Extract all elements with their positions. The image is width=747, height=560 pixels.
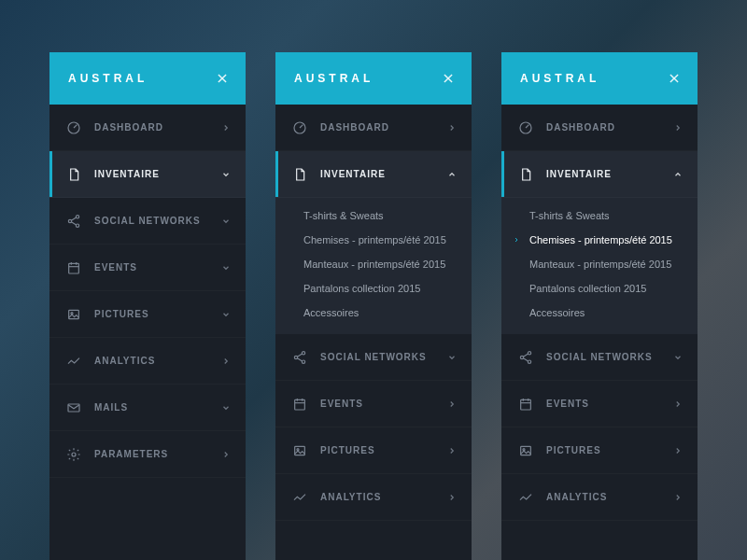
sidebar-expanded: AUSTRAL DASHBOARD INVENTAIRE T-shirts & …	[275, 52, 472, 560]
sub-tshirts[interactable]: T-shirts & Sweats	[275, 203, 472, 228]
image-icon	[66, 307, 81, 322]
svg-rect-38	[521, 399, 531, 410]
chevron-right-icon	[221, 123, 231, 133]
sub-manteaux[interactable]: Manteaux - printemps/été 2015	[275, 252, 472, 276]
nav-label: PICTURES	[94, 309, 221, 319]
nav-events[interactable]: EVENTS	[49, 245, 246, 291]
chevron-down-icon	[221, 403, 231, 413]
chevron-right-icon	[447, 493, 457, 502]
nav-dashboard[interactable]: DASHBOARD	[275, 105, 472, 151]
chevron-up-icon	[447, 170, 457, 179]
share-icon	[518, 350, 533, 365]
chevron-right-icon	[673, 493, 683, 502]
nav-label: ANALYTICS	[94, 356, 221, 366]
nav-social[interactable]: SOCIAL NETWORKS	[501, 334, 698, 381]
close-icon[interactable]	[668, 72, 681, 85]
chevron-right-icon	[447, 446, 457, 455]
nav-inventaire[interactable]: INVENTAIRE	[275, 151, 472, 198]
nav-social[interactable]: SOCIAL NETWORKS	[275, 334, 472, 381]
sub-pantalons[interactable]: Pantalons collection 2015	[501, 276, 698, 301]
nav-label: EVENTS	[94, 262, 221, 273]
nav-pictures[interactable]: PICTURES	[501, 427, 698, 474]
nav-label: INVENTAIRE	[320, 169, 447, 179]
analytics-icon	[292, 490, 307, 505]
chevron-down-icon	[447, 353, 457, 362]
calendar-icon	[518, 397, 533, 412]
nav-label: PICTURES	[320, 445, 447, 455]
sub-chemises[interactable]: Chemises - printemps/été 2015	[275, 228, 472, 252]
nav-pictures[interactable]: PICTURES	[49, 291, 246, 338]
sub-accessoires[interactable]: Accessoires	[501, 301, 698, 325]
sub-accessoires[interactable]: Accessoires	[275, 301, 472, 325]
brand-label: AUSTRAL	[68, 72, 148, 85]
svg-line-37	[523, 357, 528, 360]
sub-label: Chemises - printemps/été 2015	[529, 234, 672, 245]
svg-rect-8	[69, 263, 79, 273]
image-icon	[292, 443, 307, 458]
chevron-right-icon	[221, 450, 231, 459]
nav-analytics[interactable]: ANALYTICS	[275, 474, 472, 521]
nav-analytics[interactable]: ANALYTICS	[49, 338, 246, 385]
sidebar-header: AUSTRAL	[501, 52, 698, 105]
gauge-icon	[66, 120, 81, 135]
nav-label: SOCIAL NETWORKS	[94, 216, 221, 226]
nav-analytics[interactable]: ANALYTICS	[501, 474, 698, 521]
nav-events[interactable]: EVENTS	[501, 381, 698, 427]
nav-label: DASHBOARD	[94, 122, 221, 133]
sub-manteaux[interactable]: Manteaux - printemps/été 2015	[501, 252, 698, 276]
nav-label: INVENTAIRE	[94, 169, 221, 179]
nav: DASHBOARD INVENTAIRE SOCIAL NETWORKS EVE…	[49, 105, 246, 560]
chevron-right-icon	[221, 357, 231, 366]
nav-pictures[interactable]: PICTURES	[275, 427, 472, 474]
svg-rect-28	[295, 446, 305, 455]
sub-label: Accessoires	[529, 307, 585, 318]
nav-dashboard[interactable]: DASHBOARD	[49, 105, 246, 151]
svg-point-15	[72, 453, 76, 456]
nav-social[interactable]: SOCIAL NETWORKS	[49, 198, 246, 245]
svg-line-6	[71, 217, 76, 220]
nav-label: ANALYTICS	[320, 492, 447, 502]
nav-dashboard[interactable]: DASHBOARD	[501, 105, 698, 151]
nav-inventaire[interactable]: INVENTAIRE	[49, 151, 246, 198]
sub-chemises[interactable]: Chemises - printemps/été 2015	[501, 228, 698, 252]
close-icon[interactable]	[442, 72, 455, 85]
nav-parameters[interactable]: PARAMETERS	[49, 431, 246, 478]
nav-inventaire[interactable]: INVENTAIRE	[501, 151, 698, 198]
nav-label: SOCIAL NETWORKS	[546, 352, 673, 362]
sidebar-header: AUSTRAL	[49, 52, 246, 105]
svg-line-23	[297, 357, 302, 360]
submenu-inventaire: T-shirts & Sweats Chemises - printemps/é…	[501, 198, 698, 334]
nav-label: PARAMETERS	[94, 449, 221, 459]
nav-label: MAILS	[94, 402, 221, 413]
chevron-down-icon	[221, 217, 231, 226]
nav-mails[interactable]: MAILS	[49, 385, 246, 431]
nav-events[interactable]: EVENTS	[275, 381, 472, 427]
chevron-down-icon	[221, 170, 231, 179]
chevron-right-icon	[673, 399, 683, 409]
nav: DASHBOARD INVENTAIRE T-shirts & Sweats C…	[275, 105, 472, 560]
gear-icon	[66, 447, 81, 462]
nav-label: INVENTAIRE	[546, 169, 673, 179]
svg-line-36	[523, 354, 528, 357]
svg-line-7	[71, 221, 76, 224]
sub-label: Chemises - printemps/été 2015	[303, 234, 446, 245]
sub-pantalons[interactable]: Pantalons collection 2015	[275, 276, 472, 301]
brand-label: AUSTRAL	[294, 72, 374, 85]
nav-label: DASHBOARD	[546, 122, 673, 133]
sub-tshirts[interactable]: T-shirts & Sweats	[501, 203, 698, 228]
chevron-right-icon	[673, 446, 683, 455]
chevron-right-icon	[673, 123, 683, 133]
sidebar-header: AUSTRAL	[275, 52, 472, 105]
svg-rect-24	[295, 399, 305, 410]
sidebar-expanded-selected: AUSTRAL DASHBOARD INVENTAIRE T-shirts & …	[501, 52, 698, 560]
submenu-inventaire: T-shirts & Sweats Chemises - printemps/é…	[275, 198, 472, 334]
brand-label: AUSTRAL	[520, 72, 599, 85]
calendar-icon	[292, 397, 307, 412]
analytics-icon	[66, 354, 81, 369]
image-icon	[518, 443, 533, 458]
close-icon[interactable]	[216, 72, 229, 85]
document-icon	[518, 167, 533, 182]
mail-icon	[66, 400, 81, 415]
analytics-icon	[518, 490, 533, 505]
nav-label: EVENTS	[320, 399, 447, 409]
